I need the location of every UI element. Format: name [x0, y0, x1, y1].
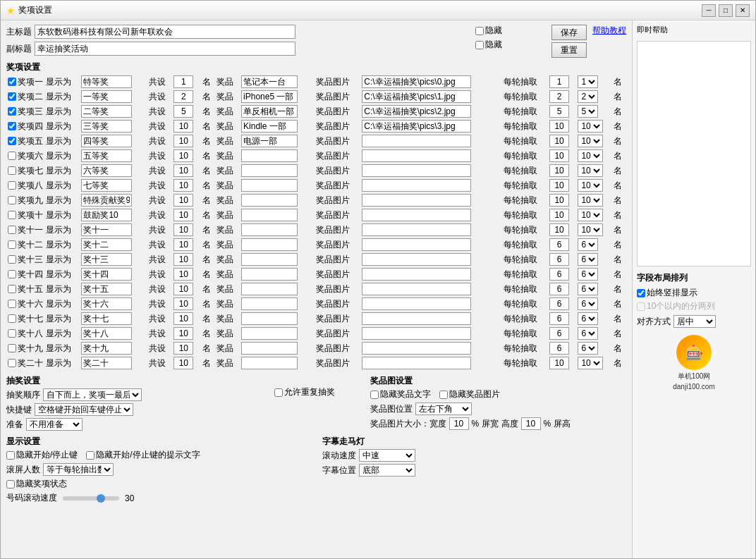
- prize-img-width-input[interactable]: [449, 417, 469, 430]
- allow-repeat-checkbox[interactable]: [274, 388, 283, 397]
- prize-per-round-select[interactable]: 6: [578, 283, 598, 295]
- prize-checkbox[interactable]: [8, 78, 16, 86]
- prize-total-input[interactable]: [173, 238, 193, 251]
- prize-display-input[interactable]: [81, 194, 132, 207]
- prize-per-round-input[interactable]: [549, 164, 569, 177]
- prize-per-round-input[interactable]: [549, 120, 569, 133]
- prize-total-input[interactable]: [173, 253, 193, 266]
- prize-per-round-select[interactable]: 10: [578, 179, 603, 192]
- hide-start-stop-checkbox[interactable]: [6, 451, 15, 460]
- main-title-input[interactable]: [35, 25, 295, 39]
- prize-total-input[interactable]: [173, 357, 193, 369]
- prize-total-input[interactable]: [173, 90, 193, 103]
- prize-checkbox[interactable]: [8, 166, 16, 175]
- prize-total-input[interactable]: [173, 149, 193, 162]
- prize-img-path-input[interactable]: [362, 179, 471, 192]
- prize-display-input[interactable]: [81, 164, 132, 177]
- prize-item-name-input[interactable]: [241, 75, 298, 88]
- prize-img-path-input[interactable]: [362, 164, 471, 177]
- prize-item-name-input[interactable]: [241, 297, 298, 310]
- prize-checkbox[interactable]: [8, 107, 16, 116]
- prize-total-input[interactable]: [173, 223, 193, 236]
- prize-img-path-input[interactable]: [362, 105, 471, 118]
- minimize-button[interactable]: ─: [702, 4, 716, 17]
- help-link[interactable]: 帮助教程: [592, 25, 626, 35]
- prize-display-input[interactable]: [81, 179, 132, 192]
- scroll-speed-select[interactable]: 中速: [359, 449, 415, 462]
- prize-per-round-input[interactable]: [549, 223, 569, 236]
- prize-total-input[interactable]: [173, 283, 193, 295]
- prize-checkbox[interactable]: [8, 329, 16, 338]
- prize-total-input[interactable]: [173, 268, 193, 281]
- main-hide-checkbox[interactable]: [475, 27, 484, 35]
- maximize-button[interactable]: □: [719, 4, 733, 17]
- prize-per-round-select[interactable]: 2: [578, 90, 598, 103]
- prize-img-path-input[interactable]: [362, 268, 471, 281]
- prize-per-round-select[interactable]: 10: [578, 357, 603, 369]
- prize-display-input[interactable]: [81, 90, 132, 103]
- prize-per-round-input[interactable]: [549, 312, 569, 325]
- prize-per-round-select[interactable]: 6: [578, 342, 598, 355]
- prize-checkbox[interactable]: [8, 240, 16, 249]
- save-button[interactable]: 保存: [551, 25, 587, 40]
- prize-img-path-input[interactable]: [362, 209, 471, 221]
- prize-per-round-select[interactable]: 10: [578, 164, 603, 177]
- draw-prepare-select[interactable]: 不用准备: [26, 418, 83, 431]
- prize-per-round-input[interactable]: [549, 209, 569, 221]
- prize-per-round-select[interactable]: 6: [578, 253, 598, 266]
- prize-per-round-select[interactable]: 6: [578, 238, 598, 251]
- prize-display-input[interactable]: [81, 238, 132, 251]
- prize-per-round-select[interactable]: 6: [578, 268, 598, 281]
- prize-img-path-input[interactable]: [362, 312, 471, 325]
- sub-title-input[interactable]: [35, 42, 295, 56]
- hide-prize-text-checkbox[interactable]: [370, 391, 379, 399]
- sub-hide-checkbox[interactable]: [475, 41, 484, 49]
- prize-total-input[interactable]: [173, 209, 193, 221]
- prize-img-path-input[interactable]: [362, 149, 471, 162]
- prize-per-round-input[interactable]: [549, 357, 569, 369]
- hide-hint-checkbox[interactable]: [86, 451, 94, 460]
- prize-per-round-select[interactable]: 10: [578, 194, 603, 207]
- prize-per-round-select[interactable]: 10: [578, 120, 603, 133]
- prize-display-input[interactable]: [81, 105, 132, 118]
- prize-checkbox[interactable]: [8, 359, 16, 367]
- prize-img-path-input[interactable]: [362, 135, 471, 147]
- prize-img-height-input[interactable]: [521, 417, 541, 430]
- prize-per-round-input[interactable]: [549, 75, 569, 88]
- prize-total-input[interactable]: [173, 105, 193, 118]
- prize-total-input[interactable]: [173, 135, 193, 147]
- prize-per-round-input[interactable]: [549, 327, 569, 340]
- prize-total-input[interactable]: [173, 194, 193, 207]
- prize-item-name-input[interactable]: [241, 105, 298, 118]
- draw-order-select[interactable]: 自下而上，奖项一最后: [43, 388, 142, 401]
- prize-item-name-input[interactable]: [241, 253, 298, 266]
- prize-total-input[interactable]: [173, 312, 193, 325]
- prize-img-path-input[interactable]: [362, 283, 471, 295]
- hide-prize-img-checkbox[interactable]: [439, 391, 448, 399]
- prize-per-round-input[interactable]: [549, 253, 569, 266]
- prize-img-path-input[interactable]: [362, 90, 471, 103]
- prize-img-path-input[interactable]: [362, 194, 471, 207]
- prize-display-input[interactable]: [81, 357, 132, 369]
- prize-total-input[interactable]: [173, 75, 193, 88]
- prize-per-round-input[interactable]: [549, 283, 569, 295]
- prize-checkbox[interactable]: [8, 92, 16, 101]
- prize-per-round-input[interactable]: [549, 135, 569, 147]
- prize-per-round-select[interactable]: 6: [578, 312, 598, 325]
- prize-img-path-input[interactable]: [362, 75, 471, 88]
- prize-img-path-input[interactable]: [362, 223, 471, 236]
- prize-item-name-input[interactable]: [241, 209, 298, 221]
- prize-per-round-input[interactable]: [549, 268, 569, 281]
- always-vertical-checkbox[interactable]: [637, 289, 645, 297]
- prize-total-input[interactable]: [173, 120, 193, 133]
- prize-item-name-input[interactable]: [241, 342, 298, 355]
- prize-item-name-input[interactable]: [241, 149, 298, 162]
- marquee-position-select[interactable]: 底部: [359, 464, 415, 477]
- prize-item-name-input[interactable]: [241, 194, 298, 207]
- hide-prize-status-checkbox[interactable]: [6, 480, 15, 489]
- prize-img-path-input[interactable]: [362, 238, 471, 251]
- num-scroll-slider-thumb[interactable]: [97, 494, 105, 503]
- prize-checkbox[interactable]: [8, 285, 16, 293]
- prize-checkbox[interactable]: [8, 196, 16, 204]
- prize-per-round-input[interactable]: [549, 238, 569, 251]
